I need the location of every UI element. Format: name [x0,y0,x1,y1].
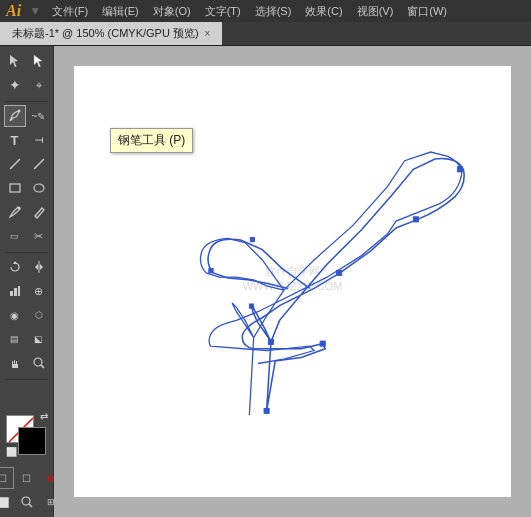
separator-1 [5,101,47,102]
symbol-tool[interactable]: ⊕ [28,280,50,302]
menu-text[interactable]: 文字(T) [198,2,248,21]
tool-row-type: T T [0,129,53,151]
bottom-tools: ☐ ☐ ⊘ ⬜ ⊞ [0,467,62,513]
menu-effect[interactable]: 效果(C) [298,2,349,21]
pencil-tool[interactable] [28,201,50,223]
pen-tool[interactable] [4,105,26,127]
direct-selection-tool[interactable] [28,50,50,72]
arc-tool[interactable] [28,153,50,175]
tool-row-warp: ◉ ⬡ [0,304,53,326]
svg-point-17 [22,497,30,505]
color-swatch-area: ⇄ ⬜ [6,415,48,457]
svg-line-15 [41,365,44,368]
tool-row-camera: ▤ ⬕ [0,328,53,350]
view-mode-row: ⬜ ⊞ [0,491,62,513]
menu-bar: 文件(F) 编辑(E) 对象(O) 文字(T) 选择(S) 效果(C) 视图(V… [45,2,454,21]
tool-row-navigate [0,352,53,374]
svg-rect-23 [413,217,418,222]
tool-tooltip: 钢笔工具 (P) [110,128,193,153]
menu-view[interactable]: 视图(V) [350,2,401,21]
separator-2 [5,252,47,253]
blend-tool[interactable]: ⬡ [28,304,50,326]
tab-close-button[interactable]: × [205,28,211,39]
svg-point-6 [17,207,20,210]
default-colors-icon[interactable]: ⬜ [6,447,17,457]
toolbar: ✦ ⌖ ~✎ T T [0,46,54,517]
menu-file[interactable]: 文件(F) [45,2,95,21]
svg-rect-20 [268,339,273,344]
svg-rect-21 [337,270,342,275]
svg-point-14 [34,358,42,366]
tool-row-line [0,153,53,175]
menu-window[interactable]: 窗口(W) [400,2,454,21]
eraser-tool[interactable]: ▭ [4,225,26,247]
title-bar: Ai ▼ 文件(F) 编辑(E) 对象(O) 文字(T) 选择(S) 效果(C)… [0,0,531,22]
app-logo: Ai [6,2,21,20]
draw-behind-mode[interactable]: ☐ [16,467,38,489]
line-tool[interactable] [4,153,26,175]
zoom-tool[interactable] [28,352,50,374]
svg-rect-11 [10,291,13,296]
svg-point-5 [34,184,44,192]
svg-line-3 [10,159,20,169]
tool-row-lasso: ✦ ⌖ [0,74,53,96]
column-graph-tool[interactable]: ▤ [4,328,26,350]
draw-mode-row: ☐ ☐ ⊘ [0,467,62,489]
reflect-tool[interactable] [28,256,50,278]
svg-rect-12 [14,288,17,296]
lasso-tool[interactable]: ⌖ [28,74,50,96]
type-tool[interactable]: T [4,129,26,151]
canvas-area: 软件自学网 WWW.RJZXW.COM [54,46,531,517]
rotate-tool[interactable] [4,256,26,278]
draw-normal-mode[interactable]: ☐ [0,467,14,489]
tab-title: 未标题-1* @ 150% (CMYK/GPU 预览) [12,26,199,41]
svg-rect-13 [18,286,20,296]
menu-divider: ▼ [29,4,41,18]
paintbrush-tool[interactable] [4,201,26,223]
rectangle-tool[interactable] [4,177,26,199]
tool-row-transform [0,256,53,278]
scissors-tool[interactable]: ✂ [28,225,50,247]
vertical-type-tool[interactable]: T [28,129,50,151]
svg-rect-27 [250,237,254,241]
svg-rect-19 [264,408,269,413]
separator-3 [5,379,47,380]
tool-row-shape [0,177,53,199]
svg-marker-10 [40,264,43,270]
active-tab[interactable]: 未标题-1* @ 150% (CMYK/GPU 预览) × [0,22,222,45]
search-btn[interactable] [16,491,38,513]
svg-marker-7 [13,261,17,264]
main-area: ✦ ⌖ ~✎ T T [0,46,531,517]
svg-marker-1 [34,55,42,67]
tool-row-pen: ~✎ [0,105,53,127]
svg-rect-4 [10,184,20,192]
graph-tool[interactable] [4,280,26,302]
svg-point-2 [17,110,20,113]
menu-select[interactable]: 选择(S) [248,2,299,21]
tab-bar: 未标题-1* @ 150% (CMYK/GPU 预览) × [0,22,531,46]
curvature-tool[interactable]: ~✎ [28,105,50,127]
svg-rect-26 [209,269,213,273]
svg-marker-0 [10,55,18,67]
menu-edit[interactable]: 编辑(E) [95,2,146,21]
svg-marker-9 [35,264,38,270]
svg-rect-25 [249,304,253,308]
hand-tool[interactable] [4,352,26,374]
svg-rect-24 [457,167,462,172]
slice-tool[interactable]: ⬕ [28,328,50,350]
selection-tool[interactable] [4,50,26,72]
svg-line-18 [29,504,32,507]
magic-wand-tool[interactable]: ✦ [4,74,26,96]
tool-row-selection [0,50,53,72]
change-screen-mode[interactable]: ⬜ [0,491,14,513]
svg-rect-22 [320,341,325,346]
menu-object[interactable]: 对象(O) [146,2,198,21]
ellipse-tool[interactable] [28,177,50,199]
stroke-color-swatch[interactable] [18,427,46,455]
warp-tool[interactable]: ◉ [4,304,26,326]
tool-row-graph: ⊕ [0,280,53,302]
tool-row-paint [0,201,53,223]
tool-row-erase: ▭ ✂ [0,225,53,247]
swap-colors-icon[interactable]: ⇄ [40,411,48,422]
